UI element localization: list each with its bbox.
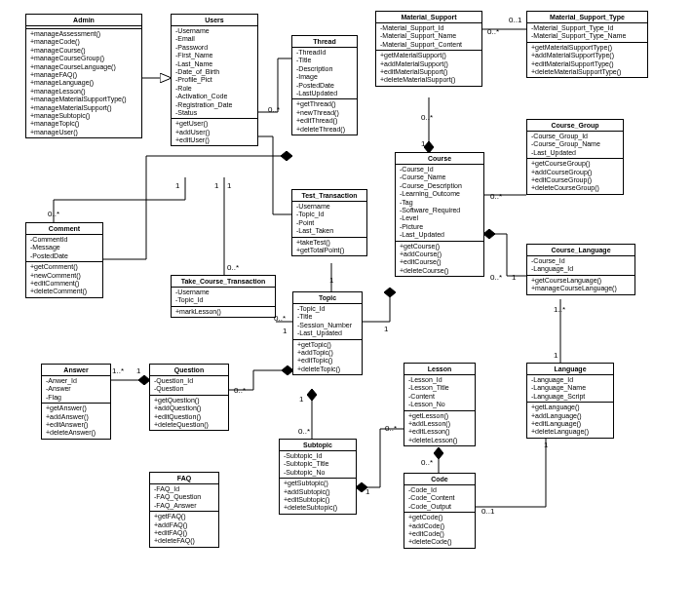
class-ops-lang: +getLanguage()+addLanguage()+editLanguag… [527,403,613,438]
mult: 0..* [490,192,502,201]
mult: 1 [384,325,388,333]
class-ops-course: +getCourse()+addCourse()+editCourse()+de… [396,242,483,277]
class-name: Users [172,15,257,26]
class-ops-tct: +markLesson() [172,307,275,317]
class-name: Comment [26,223,102,235]
class-name: Language [527,364,613,375]
class-name: Course_Language [527,245,634,256]
mult: 1 [214,181,218,190]
mult: 1..* [112,366,124,375]
class-ops-question: +getQuestion()+addQuestion()+editQuestio… [150,396,228,431]
class-lesson: Lesson -Lesson_Id-Lesson_Title-Content-L… [404,363,476,446]
class-attrs-faq: -FAQ_Id-FAQ_Question-FAQ_Answer [150,484,218,512]
class-ops-subtopic: +getSubtopic()+addSubtopic()+editSubtopi… [280,479,356,514]
class-ops-cl: +getCourseLanguage()+manageCourseLanguag… [527,276,634,294]
class-name: Question [150,365,228,376]
class-attrs-lang: -Language_Id-Language_Name-Language_Scri… [527,375,613,403]
mult: 0..* [234,386,246,395]
class-ops-admin: +manageAssessment()+manageCode()+manageC… [26,29,141,137]
class-name: Course_Group [527,120,623,132]
class-question: Question -Question_Id-Question +getQuest… [149,364,229,431]
mult: 1 [329,276,333,285]
mult: 1 [283,327,287,335]
mult: 1 [421,139,425,148]
class-users: Users -Username-Email-Password-First_Nam… [171,14,258,146]
class-attrs-thread: -ThreadId-Title-Description-Image-Posted… [292,48,357,99]
class-ops-answer: +getAnswer()+addAnswer()+editAnswer()+de… [42,404,110,439]
mult: 1 [299,395,303,404]
class-name: Subtopic [280,440,356,451]
mult: 1 [544,441,548,449]
mult: 0..* [385,424,397,433]
mult: 1 [136,366,140,375]
class-name: Topic [293,292,362,304]
mult: 1 [554,351,557,360]
class-ops-users: +getUser()+addUser()+editUser() [172,119,257,145]
class-ops-ms: +getMaterialSupport()+addMaterialSupport… [376,51,481,86]
class-name: Take_Course_Transaction [172,276,275,288]
class-code: Code -Code_Id-Code_Content-Code_Output +… [404,473,476,549]
class-attrs-question: -Question_Id-Question [150,376,228,396]
class-testtransaction: Test_Transaction -Username-Topic_Id-Poin… [291,189,367,256]
class-attrs-answer: -Anwer_Id-Answer-Flag [42,376,110,404]
class-admin: Admin +manageAssessment()+manageCode()+m… [25,14,142,138]
class-ops-faq: +getFAQ()+addFAQ()+editFAQ()+deleteFAQ() [150,512,218,547]
class-attrs-ms: -Material_Support_Id-Material_Support_Na… [376,23,481,51]
class-ops-code: +getCode()+addCode()+editCode()+deleteCo… [404,513,475,548]
class-ops-lesson: +getLesson()+addLesson()+editLesson()+de… [404,411,475,446]
mult: 0..* [268,105,280,114]
mult: 1 [365,487,369,496]
class-courselanguage: Course_Language -Course_Id-Language_Id +… [526,244,635,295]
class-name: Thread [292,36,357,48]
class-ops-mst: +getMaterialSupportType()+addMaterialSup… [527,43,647,78]
mult: 0..1 [481,507,494,516]
class-attrs-mst: -Material_Support_Type_Id-Material_Suppo… [527,23,647,43]
class-thread: Thread -ThreadId-Title-Description-Image… [291,35,358,135]
class-name: Course [396,153,483,165]
class-ops-tt: +takeTest()+getTotalPoint() [292,238,366,256]
mult: 0..* [298,427,310,436]
class-attrs-lesson: -Lesson_Id-Lesson_Title-Content-Lesson_N… [404,375,475,411]
class-ops-thread: +getThread()+newThread()+editThread()+de… [292,99,357,135]
mult: 0..* [227,263,239,272]
class-name: Code [404,474,475,485]
class-attrs-code: -Code_Id-Code_Content-Code_Output [404,485,475,513]
mult: 1..* [554,305,565,314]
class-attrs-course: -Course_Id-Course_Name-Course_Descriptio… [396,165,483,242]
class-attrs-comment: -CommentId-Message-PostedDate [26,235,102,262]
class-ops-topic: +getTopic()+addTopic()+editTopic()+delet… [293,340,362,375]
class-answer: Answer -Anwer_Id-Answer-Flag +getAnswer(… [41,364,111,440]
mult: 0..* [421,458,433,467]
mult: 1 [227,181,231,190]
class-attrs-users: -Username-Email-Password-First_Name-Last… [172,26,257,119]
class-takecourse: Take_Course_Transaction -Username-Topic_… [171,275,276,318]
class-materialsupport: Material_Support -Material_Support_Id-Ma… [375,11,482,87]
mult: 1 [175,181,179,190]
mult: 0..* [487,27,499,36]
class-subtopic: Subtopic -Subtopic_Id-Subtopic_Title-Sub… [279,439,357,515]
class-comment: Comment -CommentId-Message-PostedDate +g… [25,222,103,298]
class-topic: Topic -Topic_Id-Title-Session_Number-Las… [292,291,363,375]
class-name: Material_Support [376,12,481,23]
mult: 0..* [48,210,59,218]
class-name: Lesson [404,364,475,375]
class-name: Test_Transaction [292,190,366,202]
class-attrs-subtopic: -Subtopic_Id-Subtopic_Title-Subtopic_No [280,451,356,479]
class-name: Material_Support_Type [527,12,647,23]
class-ops-comment: +getComment()+newComment()+editComment()… [26,262,102,297]
class-faq: FAQ -FAQ_Id-FAQ_Question-FAQ_Answer +get… [149,472,219,548]
class-attrs-topic: -Topic_Id-Title-Session_Number-Last_Upda… [293,304,362,340]
class-attrs-cg: -Course_Group_Id-Course_Group_Name-Last_… [527,132,623,159]
class-materialsupporttype: Material_Support_Type -Material_Support_… [526,11,648,78]
mult: 0..* [421,113,433,122]
class-name: FAQ [150,473,218,484]
class-attrs-tct: -Username-Topic_Id [172,288,275,307]
class-coursegroup: Course_Group -Course_Group_Id-Course_Gro… [526,119,624,195]
class-attrs-cl: -Course_Id-Language_Id [527,256,634,276]
class-course: Course -Course_Id-Course_Name-Course_Des… [395,152,484,277]
mult: 0..* [490,273,502,282]
class-attrs-tt: -Username-Topic_Id-Point-Last_Taken [292,202,366,238]
class-language: Language -Language_Id-Language_Name-Lang… [526,363,614,439]
class-ops-cg: +getCourseGroup()+addCourseGroup()+editC… [527,159,623,194]
class-name: Admin [26,15,141,26]
